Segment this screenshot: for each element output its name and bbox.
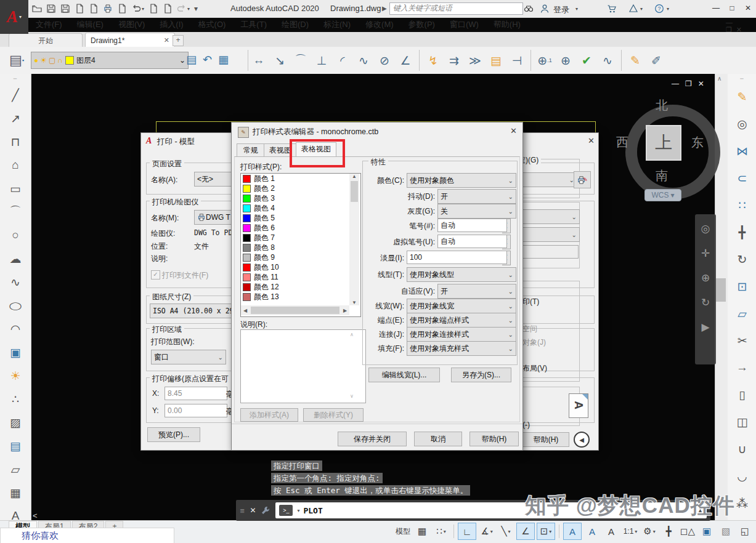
plot-range-combo[interactable]: 窗口⌄ xyxy=(151,350,226,364)
delete-style-button[interactable]: 删除样式(Y) xyxy=(303,408,364,422)
trim-icon[interactable]: ✂ xyxy=(728,327,756,354)
offset-y-field[interactable]: 0.00 xyxy=(165,404,227,417)
app-store-cart-icon[interactable] xyxy=(607,4,617,14)
pan-icon[interactable]: ✛ xyxy=(701,241,710,265)
menu-修改M[interactable]: 修改(M) xyxy=(358,17,401,32)
command-prompt-icon[interactable]: >_ xyxy=(279,505,293,516)
auto-annotation-scale-icon[interactable]: A xyxy=(583,523,601,539)
revision-cloud-icon[interactable]: ☁ xyxy=(0,247,31,270)
menu-绘图D[interactable]: 绘图(D) xyxy=(274,17,316,32)
dim-linear-icon[interactable]: ↔ xyxy=(249,50,269,71)
menu-文件F[interactable]: 文件(F) xyxy=(28,17,70,32)
offset-icon[interactable]: ⊂ xyxy=(728,164,756,191)
layer-viewport-icon[interactable]: ▢ xyxy=(49,56,55,65)
app-menu-button[interactable]: A▾ xyxy=(0,0,28,34)
customization-plus-icon[interactable]: ╋ xyxy=(660,523,677,539)
layer-manager-icon[interactable]: ▦ xyxy=(218,53,229,66)
save-as-icon[interactable] xyxy=(60,4,70,14)
plot-preview-icon[interactable] xyxy=(148,4,158,14)
layer-select-combo[interactable]: ●☀▢∩ 图层4 ⌄ xyxy=(31,52,189,69)
dim-ordinate-icon[interactable]: ⊥ xyxy=(312,50,331,71)
save-and-close-button[interactable]: 保存并关闭 xyxy=(338,432,407,446)
wcs-dropdown[interactable]: WCS▾ xyxy=(644,189,681,201)
search-expand-icon[interactable]: ▶ xyxy=(382,5,387,12)
orbit-icon[interactable]: ↻ xyxy=(701,291,710,314)
join-icon[interactable]: ∪ xyxy=(728,435,756,462)
menu-帮助H[interactable]: 帮助(H) xyxy=(486,17,528,32)
prop-select[interactable]: 使用对象线宽⌄ xyxy=(407,299,516,313)
fillet-icon[interactable]: ◡ xyxy=(728,462,756,489)
model-space-button[interactable]: 模型 xyxy=(394,523,412,539)
dim-update-icon[interactable]: ✔ xyxy=(577,50,596,71)
rectangle-icon[interactable]: ▭ xyxy=(0,177,31,200)
extend-icon[interactable]: → xyxy=(728,354,756,381)
hardware-acceleration-icon[interactable]: ▣ xyxy=(698,523,715,539)
isolate-objects-icon[interactable]: ◻△ xyxy=(679,523,696,539)
fullscreen-icon[interactable]: ◱ xyxy=(736,523,754,539)
menu-参数P[interactable]: 参数(P) xyxy=(401,17,442,32)
dim-edit-icon[interactable]: ✎ xyxy=(625,50,645,71)
help-chevron-icon[interactable]: ▾ xyxy=(667,6,669,12)
less-options-button[interactable]: ◀ xyxy=(574,432,590,448)
line-icon[interactable]: ╱ xyxy=(0,83,31,107)
tab-general[interactable]: 常规 xyxy=(237,143,265,158)
dim-break-icon[interactable]: ⊣ xyxy=(507,50,527,71)
polyline-icon[interactable]: ⊓ xyxy=(0,130,31,153)
dim-radius-icon[interactable]: ◜ xyxy=(333,50,352,71)
print-icon[interactable] xyxy=(103,4,113,14)
snap-mode-icon[interactable]: ∷▾ xyxy=(433,523,450,539)
command-tools-icon[interactable] xyxy=(261,505,270,515)
command-close-icon[interactable]: ✕ xyxy=(250,506,256,515)
scroll-down-icon[interactable]: ∨ xyxy=(350,393,354,399)
layer-lock-icon[interactable]: ∩ xyxy=(57,56,63,65)
tab-start[interactable]: 开始 xyxy=(9,33,83,47)
layer-on-icon[interactable]: ● xyxy=(34,56,38,65)
annotation-scale-sync-icon[interactable]: A xyxy=(603,523,620,539)
clean-screen-icon[interactable]: ▧ xyxy=(717,523,734,539)
help-button[interactable]: 帮助(H) xyxy=(469,432,519,446)
prop-select[interactable]: 使用对象颜色⌄ xyxy=(407,173,516,188)
suggestion-overlay[interactable]: 猜你喜欢 xyxy=(0,528,174,543)
array-icon[interactable]: ∷ xyxy=(728,191,756,219)
spline-icon[interactable]: ∿ xyxy=(0,270,31,294)
move-icon[interactable]: ╋ xyxy=(728,219,756,246)
viewcube-south[interactable]: 南 xyxy=(656,167,668,184)
description-textarea[interactable] xyxy=(240,329,366,403)
toolbar-grip[interactable]: ┉ xyxy=(740,76,744,82)
dim-angular-icon[interactable]: ∠ xyxy=(396,50,415,71)
navigation-wheel-icon[interactable]: ◎ xyxy=(701,217,710,240)
scale-icon[interactable]: ⊡ xyxy=(728,273,756,300)
preview-button[interactable]: 预览(P)... xyxy=(147,427,200,442)
menu-窗口W[interactable]: 窗口(W) xyxy=(442,17,486,32)
construction-line-icon[interactable]: ↗ xyxy=(0,107,31,130)
scroll-left-icon[interactable]: ◀ xyxy=(241,308,250,313)
undo-icon[interactable]: ▾ xyxy=(131,4,144,14)
prop-spinner[interactable]: 自动 xyxy=(437,235,507,248)
zoom-icon[interactable]: ⊕ xyxy=(701,266,710,289)
workspace-switching-icon[interactable]: ⚙▾ xyxy=(641,523,658,539)
search-input[interactable]: 键入关键字或短语 xyxy=(389,2,523,15)
erase-icon[interactable]: ✎ xyxy=(728,83,756,110)
sign-in-button[interactable]: 登录 xyxy=(553,4,569,15)
viewcube-top-face[interactable]: 上 xyxy=(646,125,681,161)
dim-continue-icon[interactable]: ≫ xyxy=(465,50,485,71)
annotation-visibility-icon[interactable]: A xyxy=(563,523,582,540)
break-at-point-icon[interactable]: ▯ xyxy=(728,381,756,408)
edit-lineweight-button[interactable]: 编辑线宽(L)... xyxy=(368,368,440,382)
ortho-mode-icon[interactable]: ∟ xyxy=(458,523,476,540)
viewcube-east[interactable]: 东 xyxy=(691,134,704,151)
plot-to-file-checkbox[interactable]: ✓ xyxy=(151,270,160,280)
object-snap-tracking-icon[interactable]: ∠ xyxy=(516,523,535,540)
menu-工具T[interactable]: 工具(T) xyxy=(233,17,274,32)
command-grip[interactable]: ≣ xyxy=(240,507,245,514)
prop-select[interactable]: 关⌄ xyxy=(437,204,516,219)
offset-x-field[interactable]: 8.45 xyxy=(165,387,227,400)
show-motion-icon[interactable]: ▶ xyxy=(701,315,709,339)
polygon-icon[interactable]: ⌂ xyxy=(0,153,31,177)
save-as-button[interactable]: 另存为(S)... xyxy=(451,368,511,382)
search-icon[interactable] xyxy=(524,4,534,14)
plot-help-button[interactable]: 帮助(H) xyxy=(522,432,569,447)
layer-isolate-icon[interactable]: ▤ xyxy=(186,53,197,66)
redo-icon[interactable]: ▾ xyxy=(177,4,190,14)
annotation-scale-button[interactable]: 1:1▾ xyxy=(622,523,639,539)
